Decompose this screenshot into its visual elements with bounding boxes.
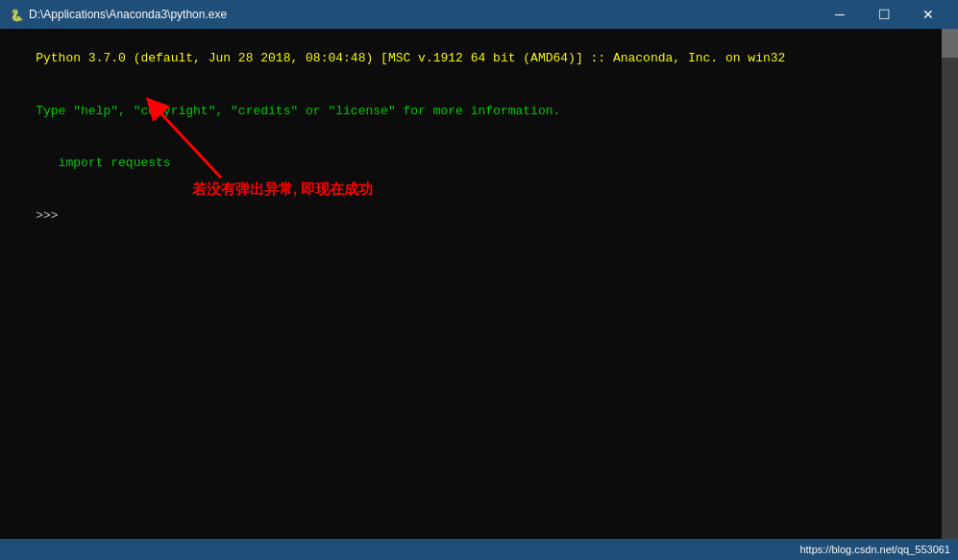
title-bar-content: 🐍 D:\Applications\Anaconda3\python.exe (8, 7, 818, 22)
minimize-icon: ─ (835, 8, 845, 21)
close-button[interactable]: ✕ (906, 0, 950, 29)
status-url: https://blog.csdn.net/qq_553061 (799, 544, 950, 555)
console-area: Python 3.7.0 (default, Jun 28 2018, 08:0… (0, 29, 958, 539)
app-icon: 🐍 (8, 7, 23, 22)
minimize-button[interactable]: ─ (818, 0, 862, 29)
window-controls: ─ ☐ ✕ (818, 0, 950, 29)
console-line-1: Python 3.7.0 (default, Jun 28 2018, 08:0… (6, 33, 952, 85)
annotation-text: 若没有弹出异常, 即现在成功 (192, 181, 373, 199)
svg-text:🐍: 🐍 (10, 8, 23, 22)
console-line-4[interactable]: >>> (6, 190, 952, 243)
title-text: D:\Applications\Anaconda3\python.exe (29, 8, 227, 21)
close-icon: ✕ (922, 8, 934, 21)
maximize-icon: ☐ (878, 8, 891, 21)
console-line-3: import requests (6, 137, 952, 190)
status-bar: https://blog.csdn.net/qq_553061 (0, 539, 958, 560)
title-bar: 🐍 D:\Applications\Anaconda3\python.exe ─… (0, 0, 958, 29)
maximize-button[interactable]: ☐ (862, 0, 906, 29)
scrollbar-thumb[interactable] (942, 29, 958, 58)
console-line-2: Type "help", "copyright", "credits" or "… (6, 85, 952, 138)
scrollbar-track[interactable] (942, 29, 958, 539)
